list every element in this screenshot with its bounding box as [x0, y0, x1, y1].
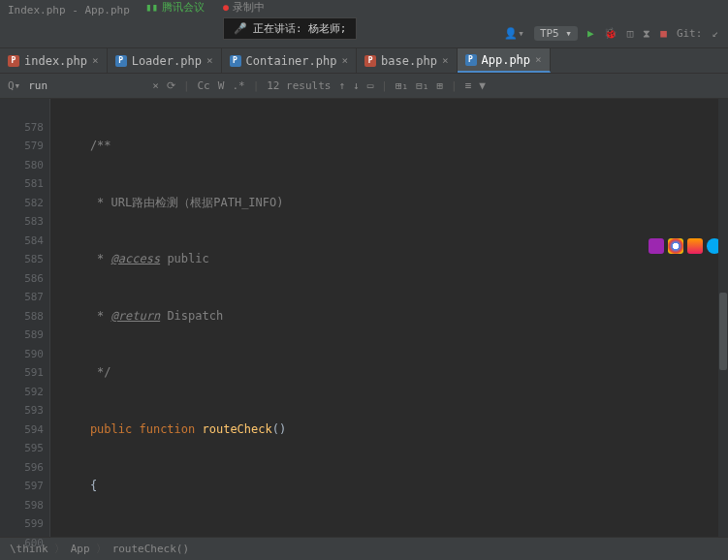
- chevron-right-icon: 〉: [54, 542, 65, 556]
- tab-app-php[interactable]: P App.php ×: [458, 48, 551, 73]
- browser-safari-icon[interactable]: [649, 238, 664, 254]
- scrollbar-thumb[interactable]: [719, 293, 727, 370]
- words-toggle[interactable]: W: [218, 79, 225, 92]
- remove-selection-icon[interactable]: ⊟₁: [416, 79, 428, 92]
- add-selection-icon[interactable]: ⊞₁: [396, 79, 408, 92]
- close-icon[interactable]: ×: [206, 54, 213, 67]
- close-icon[interactable]: ×: [92, 54, 99, 67]
- tab-container-php[interactable]: P Container.php ×: [222, 48, 358, 73]
- fold-column: [50, 99, 58, 537]
- php-file-icon: P: [465, 54, 477, 66]
- recording-badge: ● 录制中: [223, 0, 265, 15]
- window-title: Index.php - App.php: [8, 4, 130, 16]
- browser-firefox-icon[interactable]: [687, 238, 703, 254]
- mic-icon: 🎤: [234, 22, 247, 35]
- code-area[interactable]: /** * URL路由检测（根据PATH_INFO) * @access pub…: [58, 99, 728, 537]
- breadcrumb-segment[interactable]: routeCheck(): [112, 543, 189, 555]
- find-down-icon[interactable]: ↓: [353, 79, 360, 92]
- search-icon[interactable]: Q▾: [8, 79, 20, 92]
- coverage-button-icon[interactable]: ◫: [627, 27, 634, 40]
- git-branch-icon[interactable]: ↙: [712, 27, 718, 40]
- debug-button-icon[interactable]: 🐞: [604, 27, 617, 40]
- line-gutter: 578 579 580 581 582 583 584 585 586 587 …: [0, 99, 50, 537]
- tab-loader-php[interactable]: P Loader.php ×: [108, 48, 222, 73]
- php-file-icon: P: [230, 55, 241, 67]
- git-label: Git:: [677, 27, 703, 40]
- browser-chrome-icon[interactable]: [668, 238, 683, 254]
- breadcrumb-segment[interactable]: \think: [10, 543, 48, 555]
- tab-label: base.php: [381, 54, 437, 68]
- run-button-icon[interactable]: ▶: [587, 27, 594, 40]
- regex-toggle[interactable]: .*: [232, 79, 244, 92]
- tab-index-php[interactable]: P index.php ×: [0, 48, 108, 73]
- find-bar: Q▾ × ⟳ | Cc W .* | 12 results ↑ ↓ ▭ | ⊞₁…: [0, 74, 728, 99]
- results-count: 12 results: [267, 79, 331, 92]
- select-all-occurrences-icon[interactable]: ⊞: [436, 79, 443, 92]
- tab-label: index.php: [24, 54, 87, 68]
- tab-label: Container.php: [246, 54, 337, 68]
- tab-label: Loader.php: [132, 54, 202, 68]
- run-config-selector[interactable]: TP5 ▾: [534, 26, 578, 41]
- settings-icon[interactable]: ≡: [465, 79, 472, 92]
- vertical-scrollbar[interactable]: [718, 99, 728, 537]
- history-icon[interactable]: ⟳: [167, 79, 175, 92]
- prev-occurrence-icon[interactable]: ×: [152, 79, 159, 92]
- record-dot-icon: ●: [223, 2, 229, 13]
- close-icon[interactable]: ×: [341, 54, 348, 67]
- titlebar: Index.php - App.php: [0, 0, 728, 19]
- php-file-icon: P: [364, 55, 376, 67]
- breadcrumb-segment[interactable]: App: [71, 543, 90, 555]
- code-editor[interactable]: 578 579 580 581 582 583 584 585 586 587 …: [0, 99, 728, 537]
- filter-icon[interactable]: ▼: [479, 79, 486, 92]
- run-config-label: TP5: [540, 27, 559, 40]
- stop-button-icon[interactable]: ■: [660, 27, 667, 40]
- main-toolbar: 👤▾ TP5 ▾ ▶ 🐞 ◫ ⧗ ■ Git: ↙: [0, 19, 728, 48]
- user-dropdown-icon[interactable]: 👤▾: [504, 27, 524, 40]
- speaking-badge: 🎤 正在讲话: 杨老师;: [223, 17, 357, 40]
- editor-tabs: P index.php × P Loader.php × P Container…: [0, 48, 728, 74]
- match-case-toggle[interactable]: Cc: [198, 79, 210, 92]
- php-file-icon: P: [8, 55, 19, 67]
- close-icon[interactable]: ×: [535, 53, 542, 66]
- speaker-name: 杨老师;: [308, 21, 347, 36]
- tab-base-php[interactable]: P base.php ×: [357, 48, 457, 73]
- recording-label: 录制中: [233, 0, 265, 15]
- chevron-right-icon: 〉: [96, 542, 107, 556]
- select-all-icon[interactable]: ▭: [367, 79, 374, 92]
- php-file-icon: P: [115, 55, 127, 67]
- signal-icon: ▮▮: [145, 1, 158, 14]
- breadcrumb: \think 〉 App 〉 routeCheck(): [0, 537, 728, 560]
- find-input[interactable]: [28, 79, 144, 92]
- meeting-app-label: 腾讯会议: [162, 0, 205, 15]
- profile-button-icon[interactable]: ⧗: [643, 27, 650, 40]
- meeting-badge: ▮▮ 腾讯会议: [145, 0, 205, 15]
- find-up-icon[interactable]: ↑: [338, 79, 345, 92]
- close-icon[interactable]: ×: [442, 54, 449, 67]
- tab-label: App.php: [482, 53, 531, 67]
- speaking-prefix: 正在讲话:: [253, 21, 302, 36]
- browser-overlay-icons: [649, 238, 722, 254]
